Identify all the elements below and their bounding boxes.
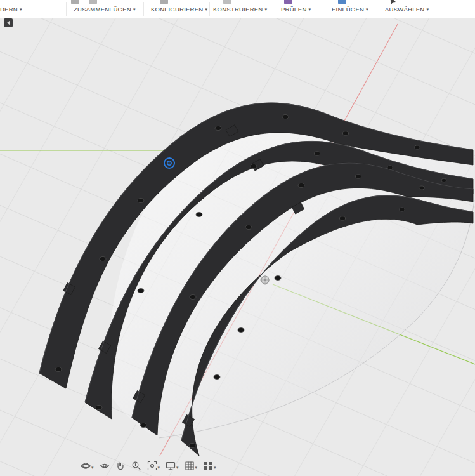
orbit-icon [81,461,91,471]
hole [415,145,420,149]
select-cursor-icon[interactable] [389,0,397,4]
menu-label: AUSWÄHLEN [385,6,424,13]
construct-icon[interactable] [223,0,231,4]
hole [282,114,289,119]
chevron-down-icon: ▾ [91,465,94,471]
chevron-down-icon: ▾ [426,7,429,11]
hole [214,374,220,379]
nav-grid-snaps-button[interactable]: ▾ [184,460,198,472]
toolbar-separator [273,2,273,16]
menu-pruefen[interactable]: PRÜFEN ▾ [281,6,311,13]
menu-label: KONFIGURIEREN [151,6,203,13]
join-icon[interactable] [71,0,79,4]
chevron-down-icon: ▾ [176,465,179,471]
menu-label: EINFÜGEN [332,6,364,13]
hole [96,405,102,409]
toolbar-separator [66,2,67,16]
nav-display-settings-button[interactable]: ▾ [165,460,179,472]
nav-orbit-button[interactable]: ▾ [80,460,94,472]
toolbar-separator [143,2,144,16]
chevron-down-icon: ▾ [366,7,368,11]
menu-aendern[interactable]: DERN ▾ [0,6,22,13]
chevron-down-icon: ▾ [20,7,22,11]
menu-label: KONSTRUIEREN [213,6,263,13]
hole [298,183,304,187]
viewports-icon [203,461,213,471]
toolbar-separator [325,2,325,16]
hole [342,131,348,135]
zoom-icon [131,461,141,471]
menu-konfigurieren[interactable]: KONFIGURIEREN ▾ [151,6,207,13]
look-at-icon [100,461,110,471]
chevron-down-icon: ▾ [264,7,267,11]
menu-konstruieren[interactable]: KONSTRUIEREN ▾ [213,6,267,13]
hole [138,288,144,293]
fit-icon [147,461,157,471]
nav-pan-button[interactable] [115,460,126,472]
view-navigation-bar: ▾ ▾ ▾ ▾ [80,460,217,472]
hole [275,275,281,280]
toolbar-separator [209,2,210,16]
display-settings-icon [166,461,176,471]
hole [314,152,320,155]
nav-viewports-button[interactable]: ▾ [202,460,217,472]
nav-look-at-button[interactable] [99,460,110,472]
toolbar-separator [438,2,438,16]
joint-icon[interactable] [89,0,97,4]
measure-icon[interactable] [284,0,292,4]
insert-icon[interactable] [338,0,346,4]
chevron-down-icon: ▾ [158,465,160,471]
hole [190,294,196,299]
viewport-canvas[interactable] [0,18,475,476]
menu-zusammenfuegen[interactable]: ZUSAMMENFÜGEN ▾ [74,6,135,13]
chevron-down-icon: ▾ [309,7,311,11]
toolbar-separator [379,2,379,16]
chevron-down-icon: ▾ [133,7,136,11]
chevron-down-icon: ▾ [214,465,216,471]
hole [55,367,62,371]
hole [245,225,252,229]
menu-einfuegen[interactable]: EINFÜGEN ▾ [332,6,368,13]
hole [100,256,106,261]
collapse-arrow-icon [7,20,10,25]
hole [419,186,424,190]
nav-zoom-button[interactable] [131,460,142,472]
hole [387,166,393,169]
browser-toggle-button[interactable] [4,18,13,27]
hole [189,443,195,447]
menu-label: PRÜFEN [281,6,307,13]
nav-fit-button[interactable]: ▾ [146,460,161,472]
chevron-down-icon: ▾ [205,7,207,11]
hole [196,212,202,216]
hole [355,175,361,178]
hole [138,198,144,202]
menu-auswaehlen[interactable]: AUSWÄHLEN ▾ [385,6,429,13]
hole [140,423,146,427]
chevron-down-icon: ▾ [195,465,198,471]
configure-icon[interactable] [160,0,168,4]
pan-hand-icon [115,461,126,471]
hole [251,164,257,168]
menu-label: ZUSAMMENFÜGEN [74,6,131,13]
grid-icon [185,461,195,471]
toolbar: DERN ▾ ZUSAMMENFÜGEN ▾ KONFIGURIEREN ▾ K… [0,0,475,18]
hole [215,126,221,130]
hole [238,327,244,332]
hole [339,216,345,220]
hole [441,178,446,182]
hole [400,208,405,211]
menu-label: DERN [0,6,18,13]
